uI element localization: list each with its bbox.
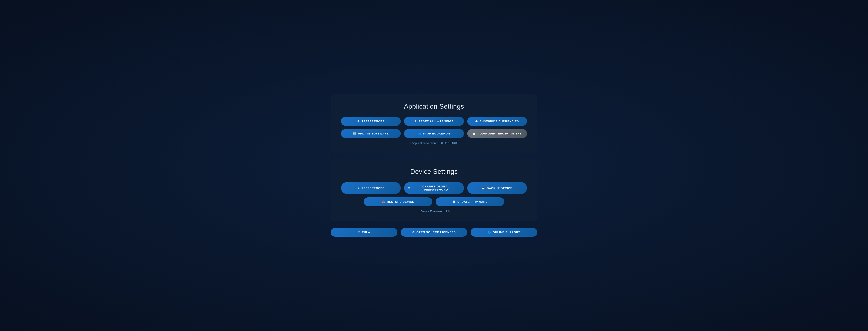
restore-device-button[interactable]: 📥 RESTORE DEVICE [364, 197, 432, 206]
preferences-button[interactable]: ⚙ PREFERENCES [341, 117, 401, 126]
scales-icon-oss: ⚖ [412, 231, 415, 234]
app-settings-title: Application Settings [341, 103, 527, 110]
app-version-info: ℹ Application Version: 1.206.2019.0408 [341, 141, 527, 145]
reset-warnings-button[interactable]: ⚠ RESET ALL WARNINGS [404, 117, 464, 126]
eye-icon: 👁 [475, 120, 478, 123]
footer-row: ⚖ EULA ⚖ Open Source Licenses 🌐 Online S… [331, 228, 537, 237]
show-hide-currencies-button[interactable]: 👁 SHOW/HIDE CURRENCIES [467, 117, 527, 126]
device-settings-bottom-row: 📥 RESTORE DEVICE 🔄 UPDATE FIRMWARE [364, 197, 504, 206]
edit-icon: ✏ [408, 187, 410, 190]
info-icon: ℹ [410, 141, 411, 145]
refresh-firmware-icon: 🔄 [453, 200, 456, 203]
device-settings-title: Device Settings [341, 168, 527, 175]
group-icon: 👥 [418, 132, 421, 135]
scales-icon-eula: ⚖ [358, 231, 360, 234]
online-support-button[interactable]: 🌐 Online Support [471, 228, 537, 237]
application-settings-card: Application Settings ⚙ PREFERENCES ⚠ RES… [331, 94, 537, 153]
gear-icon-device: ⚙ [357, 187, 360, 190]
device-preferences-button[interactable]: ⚙ PREFERENCES [341, 182, 401, 194]
device-firmware-info: ℹ Device Firmware: 1.2.6 [341, 210, 527, 213]
open-source-button[interactable]: ⚖ Open Source Licenses [401, 228, 467, 237]
gear-icon: ⚙ [357, 120, 360, 123]
stop-bcdaemon-button[interactable]: 👥 STOP BCDAEMON [404, 129, 464, 138]
info-icon-device: ℹ [418, 210, 420, 213]
device-settings-card: Device Settings ⚙ PREFERENCES ✏ CHANGE G… [331, 160, 537, 221]
add-modify-erc20-button[interactable]: 📋 ADD/MODIFY ERC20 TOKENS [467, 129, 527, 138]
app-settings-top-row: ⚙ PREFERENCES ⚠ RESET ALL WARNINGS 👁 SHO… [341, 117, 527, 126]
save-icon: 💾 [482, 187, 485, 190]
globe-icon: 🌐 [488, 231, 491, 234]
token-icon: 📋 [472, 132, 476, 135]
restore-icon: 📥 [382, 200, 385, 203]
update-firmware-button[interactable]: 🔄 UPDATE FIRMWARE [436, 197, 504, 206]
refresh-icon: 🔄 [353, 132, 356, 135]
warning-icon: ⚠ [414, 120, 417, 123]
device-settings-top-row: ⚙ PREFERENCES ✏ CHANGE GLOBAL PIN/PASSWO… [341, 182, 527, 194]
app-settings-bottom-row: 🔄 UPDATE SOFTWARE 👥 STOP BCDAEMON 📋 ADD/… [341, 129, 527, 138]
update-software-button[interactable]: 🔄 UPDATE SOFTWARE [341, 129, 401, 138]
change-pin-button[interactable]: ✏ CHANGE GLOBAL PIN/PASSWORD [404, 182, 464, 194]
backup-device-button[interactable]: 💾 BACKUP DEVICE [467, 182, 527, 194]
eula-button[interactable]: ⚖ EULA [331, 228, 397, 237]
